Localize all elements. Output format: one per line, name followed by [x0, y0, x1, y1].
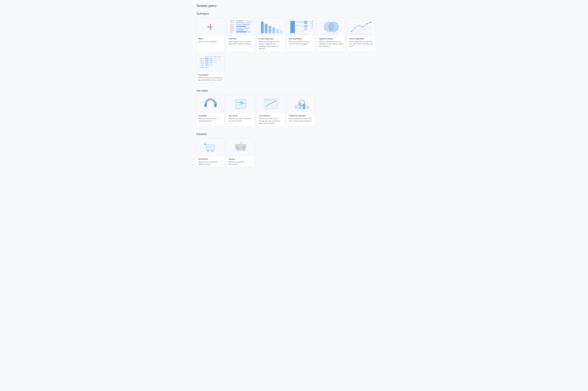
card-blank[interactable]: Blank Create a new exploration [196, 18, 225, 52]
card-segment[interactable]: Segment overlap What do intersections of… [317, 18, 345, 52]
card-free-form[interactable]: Free form What insights can you uncover … [226, 18, 255, 52]
thumbnail-key-events [227, 95, 255, 113]
user-behavior-svg [262, 96, 280, 111]
svg-rect-26 [236, 30, 244, 30]
svg-rect-48 [312, 23, 313, 24]
card-predict[interactable]: Predict top spenders Which marketing cha… [287, 95, 315, 126]
svg-rect-32 [261, 22, 264, 33]
card-desc-free-form: What insights can you uncover with custo… [228, 40, 253, 45]
svg-rect-21 [247, 26, 250, 27]
svg-point-129 [244, 147, 246, 148]
thumbnail-free-form [227, 18, 255, 36]
svg-rect-53 [304, 34, 308, 34]
techniques-cards-row: Blank Create a new exploration [196, 18, 392, 83]
svg-rect-86 [218, 60, 221, 61]
svg-rect-96 [209, 65, 213, 66]
card-key-events[interactable]: Key events What do your users' key event… [226, 95, 255, 126]
svg-rect-92 [205, 64, 208, 64]
card-info-blank: Blank Create a new exploration [196, 36, 224, 45]
card-name-key-events: Key events [228, 115, 253, 117]
thumbnail-cohort [347, 18, 375, 36]
svg-rect-88 [205, 62, 208, 63]
card-user-lifetime[interactable]: User lifetime What can you learn by anal… [196, 54, 225, 83]
funnel-svg [259, 18, 283, 35]
svg-rect-81 [218, 58, 221, 59]
card-info-ecommerce: Ecommerce How are your ecommerce platfor… [196, 157, 224, 167]
svg-point-110 [265, 99, 266, 100]
thumbnail-ecommerce [196, 138, 224, 157]
svg-rect-36 [276, 29, 279, 33]
card-user-behavior[interactable]: User behavior How do your users move thr… [257, 95, 285, 126]
gaming-svg [232, 140, 250, 155]
card-desc-blank: Create a new exploration [198, 40, 223, 43]
section-title-techniques: Techniques [196, 12, 392, 15]
svg-rect-12 [250, 20, 252, 21]
svg-rect-24 [243, 28, 250, 29]
section-title-use-cases: Use cases [196, 89, 392, 92]
svg-point-127 [243, 146, 244, 147]
svg-rect-80 [213, 58, 217, 59]
svg-rect-50 [312, 27, 313, 29]
svg-point-60 [355, 27, 356, 28]
card-funnel[interactable]: Funnel exploration What user journeys ca… [257, 18, 285, 52]
card-info-user-behavior: User behavior How do your users move thr… [257, 113, 285, 126]
path-svg [289, 18, 313, 35]
svg-rect-85 [213, 60, 217, 61]
svg-rect-57 [328, 33, 331, 34]
thumbnail-gaming [227, 138, 255, 157]
svg-rect-10 [236, 20, 243, 21]
card-desc-funnel: What user journeys can you analyze, segm… [259, 40, 283, 50]
svg-rect-90 [213, 62, 217, 63]
svg-rect-43 [290, 21, 295, 33]
card-info-path: Path exploration What user journeys can … [287, 36, 315, 47]
card-info-funnel: Funnel exploration What user journeys ca… [257, 36, 285, 52]
card-path[interactable]: Path exploration What user journeys can … [287, 18, 315, 52]
card-desc-predict: Which marketing channels will help me fi… [289, 117, 313, 122]
ecommerce-svg [201, 140, 220, 155]
svg-rect-74 [209, 56, 213, 57]
card-desc-path: What user journeys can you uncover with … [289, 40, 313, 45]
svg-rect-9 [230, 20, 235, 21]
svg-rect-91 [200, 64, 204, 64]
svg-point-59 [351, 31, 352, 32]
svg-point-128 [242, 147, 243, 148]
card-name-cohort: Cohort exploration [349, 38, 374, 40]
section-techniques: Techniques [196, 12, 392, 83]
svg-rect-116 [306, 105, 309, 109]
svg-rect-95 [205, 65, 208, 66]
svg-rect-22 [230, 28, 234, 29]
svg-rect-72 [363, 34, 366, 34]
svg-rect-19 [230, 26, 233, 27]
card-name-segment: Segment overlap [319, 38, 343, 40]
svg-point-122 [207, 150, 209, 152]
card-acquisition[interactable]: Acquisition How successful are your mark… [196, 95, 225, 126]
thumbnail-funnel [257, 18, 285, 36]
svg-rect-82 [200, 60, 204, 61]
card-info-user-lifetime: User lifetime What can you learn by anal… [196, 72, 224, 83]
card-ecommerce[interactable]: Ecommerce How are your ecommerce platfor… [196, 138, 225, 168]
card-info-cohort: Cohort exploration What insights can you… [347, 36, 375, 49]
card-name-user-behavior: User behavior [259, 115, 283, 117]
svg-rect-34 [268, 26, 271, 33]
thumbnail-segment [317, 18, 345, 36]
card-desc-user-behavior: How do your users move through your app … [259, 117, 283, 124]
svg-rect-119 [206, 145, 215, 150]
card-cohort[interactable]: Cohort exploration What insights can you… [347, 18, 376, 52]
svg-rect-40 [265, 34, 267, 34]
svg-rect-16 [230, 24, 234, 25]
svg-rect-93 [209, 64, 213, 64]
card-name-funnel: Funnel exploration [259, 38, 283, 40]
svg-rect-25 [230, 30, 235, 30]
svg-rect-35 [272, 27, 275, 33]
card-info-predict: Predict top spenders Which marketing cha… [287, 113, 315, 124]
use-cases-cards-row: Acquisition How successful are your mark… [196, 95, 392, 126]
segment-svg [319, 18, 343, 35]
card-gaming[interactable]: Gaming How are your games performing? [226, 138, 255, 168]
svg-rect-17 [236, 24, 242, 25]
svg-rect-41 [268, 34, 271, 34]
svg-rect-49 [312, 25, 313, 26]
thumbnail-path [287, 18, 315, 36]
thumbnail-user-lifetime [196, 54, 224, 72]
svg-rect-33 [265, 24, 267, 33]
free-form-svg [228, 18, 253, 35]
